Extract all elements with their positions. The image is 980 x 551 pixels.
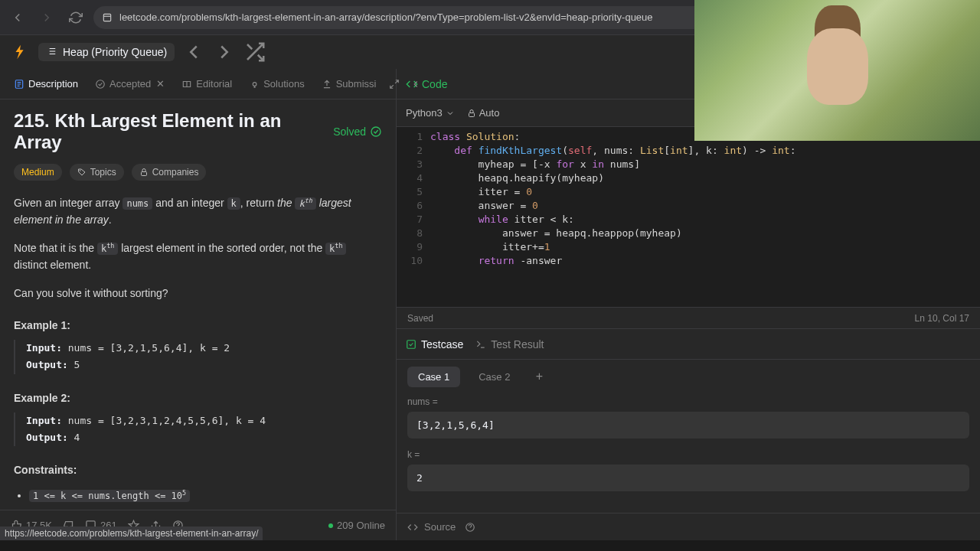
tab-submissions[interactable]: Submissi [314, 73, 384, 94]
companies-chip[interactable]: Companies [132, 164, 207, 181]
difficulty-chip: Medium [14, 164, 62, 181]
problem-panel: Description Accepted✕ Editorial Solution… [0, 69, 397, 540]
question-icon[interactable] [465, 522, 475, 533]
forward-button[interactable] [35, 6, 58, 29]
prev-problem-button[interactable] [182, 41, 205, 64]
code-editor[interactable]: 12345678910 class Solution: def findKthL… [397, 127, 980, 307]
solved-badge: Solved [333, 126, 382, 138]
leetcode-logo[interactable] [9, 41, 31, 63]
topics-chip[interactable]: Topics [70, 164, 124, 181]
svg-point-7 [80, 171, 80, 171]
tag-icon [77, 168, 87, 177]
cursor-pos: Ln 10, Col 17 [915, 313, 969, 324]
k-label: k = [407, 449, 969, 460]
webcam-overlay [694, 0, 980, 141]
code-lines[interactable]: class Solution: def findKthLargest(self,… [430, 130, 980, 307]
add-case-button[interactable]: + [528, 366, 550, 387]
auto-button[interactable]: Auto [467, 107, 500, 119]
saved-label: Saved [407, 313, 433, 324]
svg-point-5 [96, 80, 105, 88]
expand-button[interactable] [385, 75, 403, 93]
check-circle-icon [370, 126, 382, 138]
nums-input[interactable]: [3,2,1,5,6,4] [407, 412, 969, 439]
tab-test-result[interactable]: Test Result [475, 338, 544, 350]
svg-rect-8 [141, 172, 146, 176]
case-2-chip[interactable]: Case 2 [468, 367, 521, 387]
source-bar: Source [397, 513, 980, 540]
code-header-label: Code [422, 78, 447, 90]
problem-content[interactable]: 215. Kth Largest Element in an Array Sol… [0, 99, 396, 510]
collapse-button[interactable] [407, 75, 425, 93]
svg-point-6 [371, 127, 381, 136]
line-gutter: 12345678910 [397, 130, 430, 307]
reload-button[interactable] [64, 6, 87, 29]
constraints-label: Constraints: [14, 461, 382, 478]
tab-solutions[interactable]: Solutions [241, 73, 312, 94]
svg-rect-0 [103, 14, 110, 21]
terminal-icon [475, 339, 486, 350]
list-icon [46, 46, 58, 58]
tab-editorial[interactable]: Editorial [174, 73, 240, 94]
check-square-icon [406, 339, 416, 350]
tab-testcase[interactable]: Testcase [406, 338, 463, 350]
code-status-bar: Saved Ln 10, Col 17 [397, 307, 980, 328]
svg-rect-10 [469, 112, 474, 116]
lock-icon [139, 168, 149, 177]
testcase-panel: Testcase Test Result Case 1 Case 2 + num… [397, 328, 980, 540]
code-icon [407, 522, 418, 533]
k-input[interactable]: 2 [407, 465, 969, 491]
example1-label: Example 1: [14, 317, 382, 334]
example2-label: Example 2: [14, 390, 382, 406]
status-bar-url: https://leetcode.com/problems/kth-larges… [0, 527, 263, 540]
case-1-chip[interactable]: Case 1 [407, 367, 460, 387]
language-select[interactable]: Python3 [406, 107, 455, 119]
close-icon[interactable]: ✕ [156, 78, 165, 90]
svg-rect-11 [407, 340, 416, 348]
tab-description[interactable]: Description [6, 73, 86, 94]
problem-title: 215. Kth Largest Element in an Array [14, 110, 333, 153]
problem-description: Given an integer array nums and an integ… [14, 194, 382, 510]
nums-label: nums = [407, 396, 969, 407]
next-problem-button[interactable] [213, 41, 236, 64]
tab-accepted[interactable]: Accepted✕ [87, 73, 172, 94]
example1-block: Input: nums = [3,2,1,5,6,4], k = 2 Outpu… [14, 340, 382, 373]
example2-block: Input: nums = [3,2,3,1,2,4,5,5,6], k = 4… [14, 412, 382, 446]
constraints-list: 1 <= k <= nums.length <= 105 -104 <= num… [14, 487, 382, 510]
back-button[interactable] [6, 6, 29, 29]
url-text: leetcode.com/problems/kth-largest-elemen… [119, 11, 653, 23]
site-info-icon[interactable] [101, 11, 113, 24]
left-tabs: Description Accepted✕ Editorial Solution… [0, 69, 396, 99]
problem-list-chip[interactable]: Heap (Priority Queue) [38, 43, 175, 61]
shuffle-button[interactable] [243, 41, 266, 64]
lock-icon [467, 109, 476, 118]
topic-label: Heap (Priority Queue) [63, 46, 167, 58]
chevron-down-icon [446, 109, 455, 118]
online-count: 209 Online [328, 520, 385, 531]
